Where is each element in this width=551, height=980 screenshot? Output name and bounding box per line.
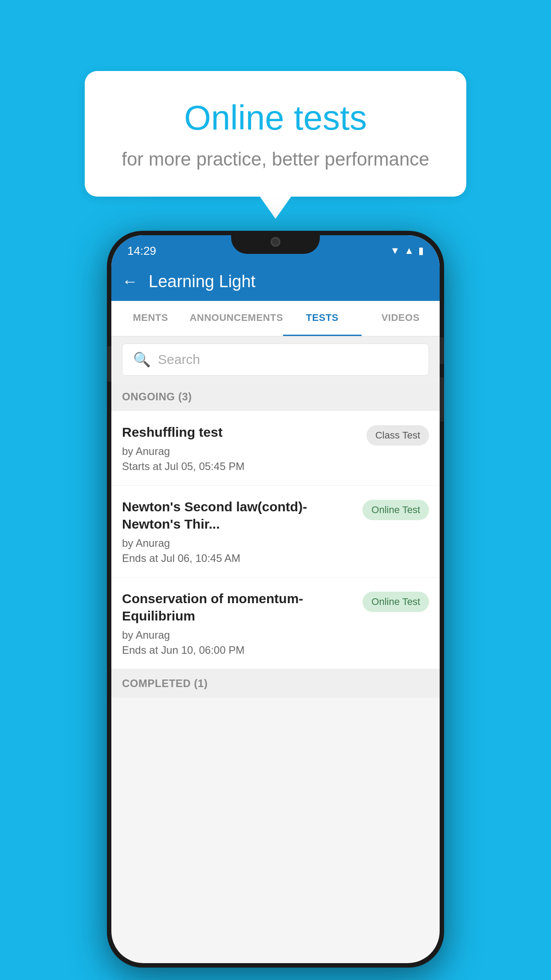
completed-section-header: COMPLETED (1) [111, 669, 440, 698]
status-icons: ▼ ▲ ▮ [390, 245, 424, 257]
test-name-newtons: Newton's Second law(contd)-Newton's Thir… [122, 498, 355, 533]
camera-icon [271, 237, 280, 247]
tab-tests[interactable]: TESTS [283, 301, 361, 336]
test-by-newtons: by Anurag [122, 537, 355, 549]
ongoing-section-header: ONGOING (3) [111, 383, 440, 411]
test-date-newtons: Ends at Jul 06, 10:45 AM [122, 552, 355, 565]
test-date-reshuffling: Starts at Jul 05, 05:45 PM [122, 460, 359, 473]
wifi-icon: ▼ [390, 245, 400, 257]
badge-online-test-newtons: Online Test [362, 500, 429, 520]
phone-notch [231, 231, 320, 254]
tabs-bar: MENTS ANNOUNCEMENTS TESTS VIDEOS [111, 301, 440, 336]
speech-bubble: Online tests for more practice, better p… [85, 71, 466, 197]
app-title: Learning Light [149, 272, 256, 291]
test-item-newtons[interactable]: Newton's Second law(contd)-Newton's Thir… [111, 486, 440, 577]
app-header: ← Learning Light [111, 262, 440, 301]
test-item-conservation[interactable]: Conservation of momentum-Equilibrium by … [111, 577, 440, 669]
test-list: Reshuffling test by Anurag Starts at Jul… [111, 411, 440, 669]
status-time: 14:29 [127, 244, 156, 258]
test-by-reshuffling: by Anurag [122, 445, 359, 458]
badge-online-test-conservation: Online Test [362, 592, 429, 612]
battery-icon: ▮ [418, 245, 424, 257]
phone-side-button-right1 [440, 337, 444, 364]
promo-subtitle: for more practice, better performance [120, 149, 431, 170]
test-info-conservation: Conservation of momentum-Equilibrium by … [122, 590, 355, 656]
search-bar-wrapper: 🔍 Search [111, 336, 440, 383]
phone-side-button-right2 [440, 377, 444, 422]
search-icon: 🔍 [133, 351, 151, 368]
test-info-reshuffling: Reshuffling test by Anurag Starts at Jul… [122, 423, 359, 473]
tab-videos[interactable]: VIDEOS [362, 301, 440, 336]
phone-screen: 14:29 ▼ ▲ ▮ ← Learning Light MENTS ANNOU… [111, 235, 440, 963]
phone-side-button-left [107, 346, 111, 382]
test-name-conservation: Conservation of momentum-Equilibrium [122, 590, 355, 624]
phone-frame: 14:29 ▼ ▲ ▮ ← Learning Light MENTS ANNOU… [107, 231, 444, 968]
test-by-conservation: by Anurag [122, 629, 355, 641]
promo-section: Online tests for more practice, better p… [85, 71, 466, 197]
search-bar[interactable]: 🔍 Search [122, 344, 429, 375]
promo-title: Online tests [120, 98, 431, 138]
tab-announcements[interactable]: ANNOUNCEMENTS [189, 301, 283, 336]
test-info-newtons: Newton's Second law(contd)-Newton's Thir… [122, 498, 355, 565]
search-placeholder: Search [158, 352, 200, 367]
tab-ments[interactable]: MENTS [111, 301, 189, 336]
back-button[interactable]: ← [122, 272, 138, 291]
badge-class-test-reshuffling: Class Test [366, 425, 429, 446]
test-name-reshuffling: Reshuffling test [122, 423, 359, 441]
signal-icon: ▲ [404, 245, 414, 257]
test-item-reshuffling[interactable]: Reshuffling test by Anurag Starts at Jul… [111, 411, 440, 486]
test-date-conservation: Ends at Jun 10, 06:00 PM [122, 644, 355, 656]
